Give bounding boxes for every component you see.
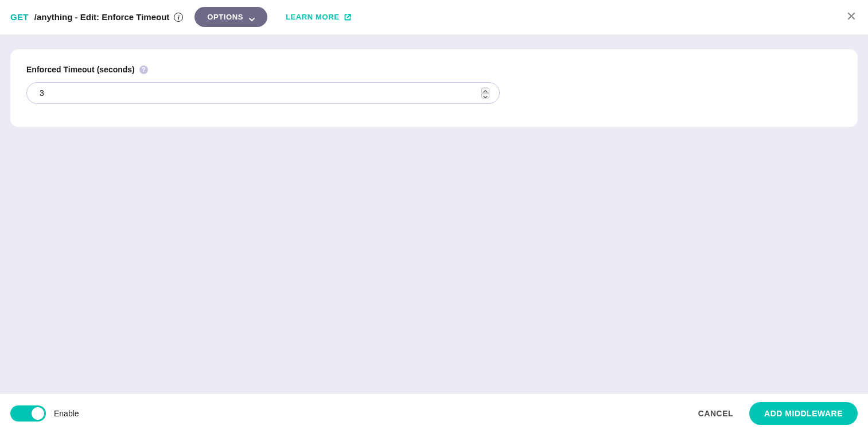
dialog-title: /anything - Edit: Enforce Timeout <box>34 12 170 22</box>
timeout-stepper <box>481 88 489 99</box>
dialog-header: GET /anything - Edit: Enforce Timeout i … <box>0 0 868 34</box>
settings-card: Enforced Timeout (seconds) ? <box>10 49 858 127</box>
options-button-label: OPTIONS <box>207 13 243 21</box>
close-button[interactable] <box>845 10 858 24</box>
learn-more-link[interactable]: LEARN MORE <box>286 13 352 21</box>
enable-toggle-label: Enable <box>54 409 79 418</box>
timeout-field-label-text: Enforced Timeout (seconds) <box>26 65 135 74</box>
timeout-field-label: Enforced Timeout (seconds) ? <box>26 65 148 74</box>
toggle-knob <box>32 407 44 420</box>
timeout-input[interactable] <box>26 82 500 104</box>
dialog-body: Enforced Timeout (seconds) ? <box>0 34 868 394</box>
dialog-footer: Enable CANCEL ADD MIDDLEWARE <box>0 394 868 433</box>
stepper-down-button[interactable] <box>481 94 489 99</box>
info-icon[interactable]: i <box>174 13 183 22</box>
close-icon <box>847 13 855 22</box>
learn-more-label: LEARN MORE <box>286 13 339 21</box>
chevron-down-icon <box>249 14 255 20</box>
http-method-badge: GET <box>10 12 29 22</box>
cancel-button[interactable]: CANCEL <box>698 409 733 418</box>
add-middleware-button[interactable]: ADD MIDDLEWARE <box>749 402 858 425</box>
options-button[interactable]: OPTIONS <box>194 7 267 27</box>
chevron-down-icon <box>483 92 488 100</box>
external-link-icon <box>344 13 352 21</box>
enable-toggle[interactable] <box>10 405 46 422</box>
help-icon[interactable]: ? <box>139 65 148 74</box>
timeout-input-wrap <box>26 82 500 104</box>
